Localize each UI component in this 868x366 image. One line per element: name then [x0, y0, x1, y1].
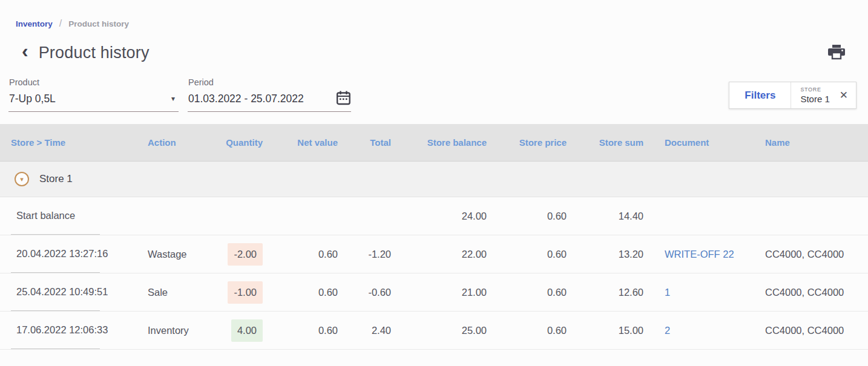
filters-group: Filters STORE Store 1 ✕ [729, 82, 856, 109]
printer-icon [828, 45, 845, 60]
product-value: 7-Up 0,5L [9, 93, 179, 105]
cell-action: Sale [148, 287, 206, 298]
document-link[interactable]: 1 [665, 287, 670, 298]
product-select[interactable]: Product 7-Up 0,5L ▾ [8, 77, 179, 112]
column-header-store-sum: Store sum [567, 137, 643, 148]
breadcrumb-separator: / [59, 18, 62, 29]
cell-store-balance: 25.00 [391, 325, 487, 336]
cell-store-price: 0.60 [487, 249, 567, 260]
cell-store-sum: 14.40 [567, 211, 643, 222]
back-button[interactable]: ‹ [22, 44, 28, 61]
chevron-down-icon: ▾ [171, 94, 175, 103]
column-header-net-value: Net value [263, 137, 338, 148]
store-filter-chip: STORE Store 1 ✕ [791, 82, 856, 108]
cell-time: 20.04.2022 13:27:16 [11, 235, 100, 273]
filters-button[interactable]: Filters [729, 82, 791, 108]
cell-time: 17.06.2022 12:06:33 [11, 312, 100, 349]
cell-store-sum: 12.60 [567, 287, 643, 298]
quantity-badge: -1.00 [228, 281, 263, 304]
table-row: 20.04.2022 13:27:16 Wastage -2.00 0.60 -… [0, 235, 868, 273]
cell-net-value: 0.60 [263, 249, 338, 260]
cell-net-value: 0.60 [263, 325, 338, 336]
cell-name: CC4000, CC4000 [765, 249, 868, 260]
column-header-store-time: Store > Time [11, 137, 100, 148]
breadcrumb: Inventory / Product history [0, 0, 868, 29]
product-label: Product [9, 77, 179, 87]
period-value: 01.03.2022 - 25.07.2022 [188, 93, 351, 105]
calendar-icon [336, 90, 351, 108]
cell-time: 25.04.2022 10:49:51 [11, 273, 100, 311]
cell-store-balance: 24.00 [391, 211, 487, 222]
document-link[interactable]: 2 [665, 325, 670, 336]
breadcrumb-current: Product history [68, 19, 129, 28]
table-header-row: Store > Time Action Quantity Net value T… [0, 124, 868, 162]
close-icon: ✕ [840, 90, 848, 101]
quantity-badge: -2.00 [228, 243, 263, 266]
table-row: Start balance 24.00 0.60 14.40 [0, 197, 868, 235]
table-row: 25.04.2022 10:49:51 Sale -1.00 0.60 -0.6… [0, 273, 868, 312]
filter-row: Product 7-Up 0,5L ▾ Period 01.03.2022 - … [8, 77, 856, 112]
cell-store-price: 0.60 [487, 211, 567, 222]
cell-store-sum: 15.00 [567, 325, 643, 336]
title-row: ‹ Product history [22, 41, 845, 64]
group-label: Store 1 [39, 173, 73, 185]
period-label: Period [188, 77, 351, 87]
table-row: 17.06.2022 12:06:33 Inventory 4.00 0.60 … [0, 312, 868, 350]
quantity-badge [251, 209, 263, 220]
column-header-name: Name [765, 137, 868, 148]
quantity-badge: 4.00 [231, 319, 263, 342]
breadcrumb-link-inventory[interactable]: Inventory [16, 19, 53, 28]
cell-store-balance: 22.00 [391, 249, 487, 260]
chevron-down-circle-icon: ▾ [20, 175, 24, 183]
column-header-store-balance: Store balance [391, 137, 487, 148]
cell-store-balance: 21.00 [391, 287, 487, 298]
cell-total: -1.20 [338, 249, 391, 260]
period-input[interactable]: Period 01.03.2022 - 25.07.2022 [188, 77, 351, 112]
chip-category-label: STORE [800, 87, 829, 93]
cell-name: CC4000, CC4000 [765, 287, 868, 298]
cell-net-value: 0.60 [263, 287, 338, 298]
cell-time: Start balance [11, 197, 100, 235]
cell-action: Inventory [148, 325, 206, 336]
column-header-action: Action [148, 137, 206, 148]
chip-value: Store 1 [800, 94, 829, 104]
cell-store-price: 0.60 [487, 287, 567, 298]
remove-filter-button[interactable]: ✕ [840, 90, 848, 100]
cell-action: Wastage [148, 249, 206, 260]
cell-store-sum: 13.20 [567, 249, 643, 260]
column-header-quantity: Quantity [206, 137, 263, 148]
cell-total: -0.60 [338, 287, 391, 298]
store-group-row[interactable]: ▾ Store 1 [0, 162, 868, 197]
product-history-table: Store > Time Action Quantity Net value T… [0, 124, 868, 350]
cell-store-price: 0.60 [487, 325, 567, 336]
document-link[interactable]: WRITE-OFF 22 [665, 249, 734, 260]
column-header-document: Document [665, 137, 751, 148]
page-title: Product history [39, 44, 150, 62]
collapse-group-button[interactable]: ▾ [15, 172, 29, 186]
column-header-total: Total [338, 137, 391, 148]
print-button[interactable] [828, 45, 845, 60]
chevron-left-icon: ‹ [22, 40, 28, 62]
column-header-store-price: Store price [487, 137, 567, 148]
cell-total: 2.40 [338, 325, 391, 336]
cell-name: CC4000, CC4000 [765, 325, 868, 336]
